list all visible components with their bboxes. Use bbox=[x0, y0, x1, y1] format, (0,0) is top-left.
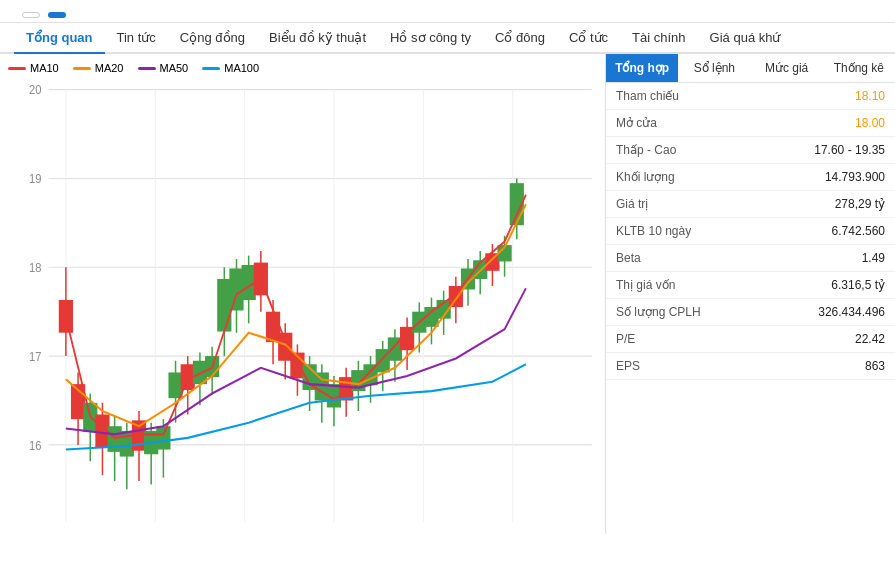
info-row: Giá trị278,29 tỷ bbox=[606, 191, 895, 218]
svg-rect-67 bbox=[315, 372, 329, 400]
ma-label: MA100 bbox=[224, 62, 259, 74]
theodoi-button[interactable] bbox=[48, 12, 66, 18]
ticker-row bbox=[14, 12, 66, 18]
ma-legend-item: MA10 bbox=[8, 62, 59, 74]
ma-dot bbox=[202, 67, 220, 70]
main-content: MA10MA20MA50MA100 20 19 18 17 16 15 2021… bbox=[0, 54, 895, 534]
svg-rect-61 bbox=[278, 333, 292, 361]
info-label: Mở cửa bbox=[606, 110, 761, 137]
info-value: 17.60 - 19.35 bbox=[761, 137, 895, 164]
nav-tab-6[interactable]: Cổ tức bbox=[557, 23, 620, 54]
chart-container: 20 19 18 17 16 15 2021-09-21 2021-10-06 … bbox=[8, 78, 597, 522]
svg-rect-53 bbox=[229, 268, 243, 310]
info-label: Beta bbox=[606, 245, 761, 272]
info-row: Số lượng CPLH326.434.496 bbox=[606, 299, 895, 326]
header-left bbox=[14, 8, 66, 18]
svg-rect-41 bbox=[156, 426, 170, 449]
info-row: Thấp - Cao17.60 - 19.35 bbox=[606, 137, 895, 164]
bieudo-button[interactable] bbox=[22, 12, 40, 18]
nav-tab-8[interactable]: Giá quá khứ bbox=[698, 23, 793, 54]
nav-tab-2[interactable]: Cộng đồng bbox=[168, 23, 257, 54]
nav-tab-3[interactable]: Biểu đồ kỹ thuật bbox=[257, 23, 378, 54]
info-row: Beta1.49 bbox=[606, 245, 895, 272]
info-value: 6.316,5 tỷ bbox=[761, 272, 895, 299]
nav-tab-0[interactable]: Tổng quan bbox=[14, 23, 105, 54]
ma-legend-item: MA20 bbox=[73, 62, 124, 74]
svg-text:17: 17 bbox=[29, 349, 42, 364]
svg-text:18: 18 bbox=[29, 260, 42, 275]
nav-tab-5[interactable]: Cổ đông bbox=[483, 23, 557, 54]
ma-label: MA20 bbox=[95, 62, 124, 74]
info-label: Thị giá vốn bbox=[606, 272, 761, 299]
chart-area: MA10MA20MA50MA100 20 19 18 17 16 15 2021… bbox=[0, 54, 605, 534]
svg-rect-59 bbox=[266, 312, 280, 342]
info-label: Khối lượng bbox=[606, 164, 761, 191]
info-row: Thị giá vốn6.316,5 tỷ bbox=[606, 272, 895, 299]
info-label: Tham chiếu bbox=[606, 83, 761, 110]
info-value: 22.42 bbox=[761, 326, 895, 353]
info-value: 6.742.560 bbox=[761, 218, 895, 245]
info-value: 18.00 bbox=[761, 110, 895, 137]
nav-tab-4[interactable]: Hồ sơ công ty bbox=[378, 23, 483, 54]
info-row: Khối lượng14.793.900 bbox=[606, 164, 895, 191]
right-tab[interactable]: Tổng hợp bbox=[606, 54, 678, 82]
nav-tab-7[interactable]: Tài chính bbox=[620, 23, 697, 54]
info-value: 326.434.496 bbox=[761, 299, 895, 326]
svg-text:19: 19 bbox=[29, 171, 42, 186]
svg-rect-51 bbox=[217, 279, 231, 332]
info-value: 18.10 bbox=[761, 83, 895, 110]
right-tab[interactable]: Sổ lệnh bbox=[678, 54, 750, 82]
header bbox=[0, 0, 895, 23]
info-label: KLTB 10 ngày bbox=[606, 218, 761, 245]
ma-label: MA10 bbox=[30, 62, 59, 74]
nav-tab-1[interactable]: Tin tức bbox=[105, 23, 168, 54]
info-row: Tham chiếu18.10 bbox=[606, 83, 895, 110]
ma-legend-item: MA100 bbox=[202, 62, 259, 74]
info-value: 14.793.900 bbox=[761, 164, 895, 191]
info-label: P/E bbox=[606, 326, 761, 353]
info-table: Tham chiếu18.10Mở cửa18.00Thấp - Cao17.6… bbox=[606, 83, 895, 380]
info-value: 863 bbox=[761, 353, 895, 380]
svg-text:16: 16 bbox=[29, 438, 42, 453]
right-tab[interactable]: Thống kê bbox=[823, 54, 895, 82]
svg-text:20: 20 bbox=[29, 83, 42, 98]
ma-dot bbox=[8, 67, 26, 70]
ma-label: MA50 bbox=[160, 62, 189, 74]
right-panel: Tổng hợpSổ lệnhMức giáThống kê Tham chiế… bbox=[605, 54, 895, 534]
ma-legend: MA10MA20MA50MA100 bbox=[8, 62, 597, 74]
info-label: EPS bbox=[606, 353, 761, 380]
info-row: KLTB 10 ngày6.742.560 bbox=[606, 218, 895, 245]
info-label: Giá trị bbox=[606, 191, 761, 218]
ma-legend-item: MA50 bbox=[138, 62, 189, 74]
info-label: Thấp - Cao bbox=[606, 137, 761, 164]
info-row: EPS863 bbox=[606, 353, 895, 380]
info-value: 278,29 tỷ bbox=[761, 191, 895, 218]
right-tab[interactable]: Mức giá bbox=[751, 54, 823, 82]
svg-rect-25 bbox=[59, 300, 73, 333]
right-tabs: Tổng hợpSổ lệnhMức giáThống kê bbox=[606, 54, 895, 83]
info-value: 1.49 bbox=[761, 245, 895, 272]
nav-tabs: Tổng quanTin tứcCộng đồngBiểu đồ kỹ thuậ… bbox=[0, 23, 895, 54]
info-label: Số lượng CPLH bbox=[606, 299, 761, 326]
info-row: Mở cửa18.00 bbox=[606, 110, 895, 137]
info-row: P/E22.42 bbox=[606, 326, 895, 353]
ma-dot bbox=[138, 67, 156, 70]
ma-dot bbox=[73, 67, 91, 70]
